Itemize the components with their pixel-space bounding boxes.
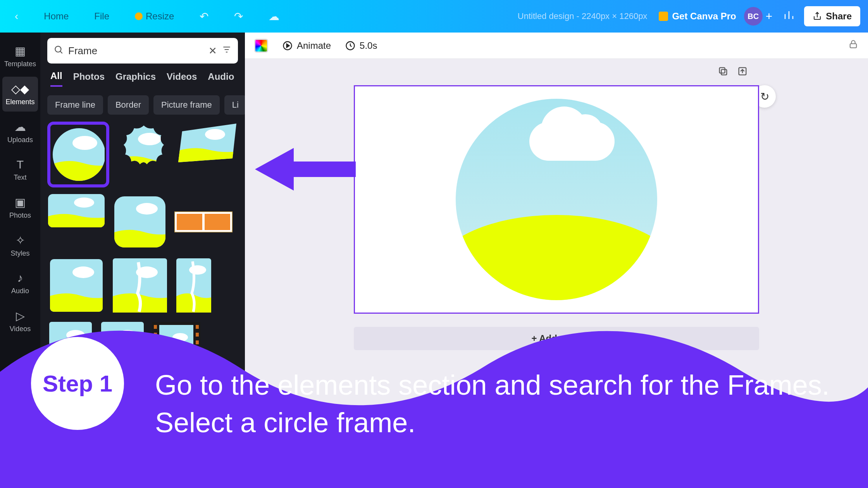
back-icon[interactable]: ‹ — [8, 10, 25, 22]
svg-point-11 — [74, 198, 94, 208]
tutorial-arrow — [251, 140, 360, 198]
search-bar: ✕ — [47, 38, 238, 64]
frame-torn-portrait-thumb[interactable] — [174, 256, 213, 314]
duplicate-page-icon[interactable] — [718, 66, 728, 79]
svg-rect-4 — [117, 124, 171, 178]
chip-border[interactable]: Border — [108, 95, 149, 115]
rail-uploads[interactable]: ☁Uploads — [0, 115, 40, 149]
rail-label: Photos — [9, 211, 31, 220]
chip-picture-frame[interactable]: Picture frame — [153, 95, 220, 115]
filter-icon[interactable] — [222, 45, 232, 57]
rail-templates[interactable]: ▦Templates — [0, 39, 40, 74]
rail-text[interactable]: TText — [0, 153, 40, 187]
animate-icon — [282, 40, 293, 51]
cloud-sync-icon[interactable]: ☁ — [262, 10, 286, 23]
rail-styles[interactable]: ✧Styles — [0, 228, 40, 263]
undo-icon[interactable]: ↶ — [193, 10, 215, 23]
frame-square-thumb[interactable] — [47, 256, 105, 314]
rail-label: Templates — [4, 60, 36, 68]
tab-all[interactable]: All — [50, 70, 62, 87]
tab-photos[interactable]: Photos — [73, 71, 105, 86]
crown-icon — [135, 12, 143, 20]
topbar-left: ‹ Home File Resize ↶ ↷ ☁ — [8, 10, 286, 23]
photos-icon: ▣ — [15, 196, 26, 209]
uploads-icon: ☁ — [14, 120, 26, 134]
frame-torn-square-thumb[interactable] — [111, 256, 169, 314]
frame-filmstrip-thumb[interactable] — [174, 210, 232, 234]
lock-icon[interactable] — [848, 39, 859, 52]
add-member-icon[interactable]: + — [766, 10, 773, 23]
tab-audio[interactable]: Audio — [208, 71, 234, 86]
color-picker-button[interactable] — [254, 39, 268, 53]
canvas-toolbar: Animate 5.0s — [245, 33, 868, 59]
rail-photos[interactable]: ▣Photos — [0, 190, 40, 225]
top-bar: ‹ Home File Resize ↶ ↷ ☁ Untitled design… — [0, 0, 868, 33]
export-page-icon[interactable] — [737, 66, 748, 79]
svg-point-20 — [72, 266, 94, 278]
rail-elements[interactable]: ◇◆Elements — [2, 77, 38, 112]
frame-rounded-wide-thumb[interactable] — [47, 193, 105, 229]
clear-search-icon[interactable]: ✕ — [208, 45, 217, 57]
share-button[interactable]: Share — [804, 6, 860, 26]
text-icon: T — [17, 158, 24, 171]
svg-rect-17 — [205, 214, 230, 230]
svg-point-0 — [55, 46, 61, 52]
svg-rect-50 — [720, 68, 725, 73]
svg-point-5 — [138, 133, 161, 145]
redo-icon[interactable]: ↷ — [227, 10, 250, 23]
circle-frame-element[interactable] — [456, 99, 657, 300]
svg-rect-49 — [721, 69, 727, 75]
pro-label: Get Canva Pro — [672, 11, 736, 22]
frame-rounded-square-thumb[interactable] — [111, 193, 169, 251]
frame-hill — [456, 215, 657, 300]
tutorial-banner: Step 1 Go to the elements section and se… — [0, 325, 868, 488]
resize-label: Resize — [146, 11, 174, 22]
design-title[interactable]: Untitled design - 868px × 488px — [518, 11, 648, 21]
rail-label: Styles — [10, 249, 29, 258]
insights-icon[interactable] — [783, 9, 795, 24]
animate-button[interactable]: Animate — [282, 40, 331, 51]
step-badge: Step 1 — [31, 337, 124, 430]
rail-label: Uploads — [7, 136, 33, 144]
duration-label: 5.0s — [360, 40, 377, 51]
styles-icon: ✧ — [16, 234, 25, 247]
chip-more[interactable]: Li — [224, 95, 245, 115]
animate-label: Animate — [297, 40, 331, 51]
duration-button[interactable]: 5.0s — [345, 40, 377, 51]
tutorial-text: Go to the elements section and search fo… — [155, 366, 845, 442]
svg-point-3 — [72, 136, 97, 150]
svg-rect-16 — [177, 214, 202, 230]
svg-point-24 — [189, 265, 206, 275]
resize-button[interactable]: Resize — [128, 11, 181, 22]
frame-scallop-thumb[interactable] — [115, 122, 173, 180]
frame-parallelogram-thumb[interactable] — [178, 122, 236, 164]
svg-point-14 — [136, 203, 158, 215]
avatar[interactable]: BC — [744, 7, 763, 26]
file-menu[interactable]: File — [87, 11, 116, 22]
search-icon — [53, 45, 64, 57]
videos-icon: ▷ — [16, 309, 25, 323]
get-pro-button[interactable]: Get Canva Pro — [659, 11, 736, 22]
rail-audio[interactable]: ♪Audio — [0, 266, 40, 301]
result-tabs: All Photos Graphics Videos Audio — [47, 70, 238, 87]
search-input[interactable] — [68, 45, 204, 57]
tab-videos[interactable]: Videos — [167, 71, 197, 86]
frame-cloud — [529, 122, 615, 161]
home-link[interactable]: Home — [37, 11, 76, 22]
svg-rect-48 — [850, 44, 856, 48]
share-icon — [813, 12, 822, 21]
frame-circle-thumb[interactable] — [47, 122, 109, 187]
suggestion-chips: Frame line Border Picture frame Li › — [47, 95, 238, 115]
audio-icon: ♪ — [17, 271, 23, 285]
design-page[interactable] — [354, 85, 759, 314]
elements-icon: ◇◆ — [11, 82, 29, 96]
page-tools — [718, 66, 748, 79]
templates-icon: ▦ — [15, 44, 26, 58]
tab-graphics[interactable]: Graphics — [115, 71, 156, 86]
rail-label: Elements — [5, 98, 34, 106]
crown-icon — [659, 12, 668, 21]
share-label: Share — [826, 11, 852, 22]
chip-frame-line[interactable]: Frame line — [47, 95, 103, 115]
rail-label: Audio — [11, 287, 29, 295]
clock-icon — [345, 40, 356, 51]
